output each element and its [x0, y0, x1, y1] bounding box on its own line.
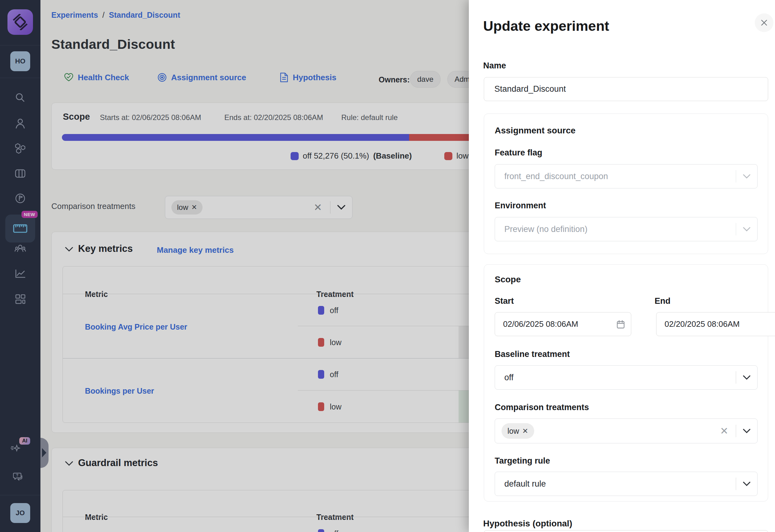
chevron-down-icon [743, 227, 750, 232]
treatment-chip-low[interactable]: low ✕ [502, 423, 534, 439]
end-date-value: 02/20/2025 08:06AM [657, 319, 740, 329]
chevron-down-icon [743, 429, 750, 433]
targeting-rule-value: default rule [495, 479, 736, 489]
environment-value: Preview (no definition) [495, 224, 736, 234]
start-date-value: 02/06/2025 08:06AM [495, 319, 578, 329]
chevron-down-icon [743, 174, 750, 179]
panel-title: Update experiment [483, 18, 609, 34]
scope-form-title: Scope [495, 275, 521, 285]
chip-label: low [508, 427, 519, 436]
chevron-down-icon [743, 482, 750, 486]
name-input[interactable]: Standard_Discount [484, 77, 768, 101]
divider [736, 478, 736, 490]
hypothesis-input[interactable] [484, 530, 768, 532]
start-label: Start [495, 296, 514, 306]
start-date-input[interactable]: 02/06/2025 08:06AM [495, 312, 631, 336]
end-label: End [655, 296, 671, 306]
hypothesis-optional-label: Hypothesis (optional) [483, 519, 572, 529]
baseline-treatment-label: Baseline treatment [495, 349, 570, 359]
scope-form-card: Scope Start End 02/06/2025 08:06AM 02/20… [484, 264, 768, 502]
divider [736, 223, 736, 235]
baseline-treatment-value: off [495, 373, 736, 382]
chip-remove-icon[interactable]: ✕ [522, 427, 528, 435]
environment-label: Environment [495, 201, 546, 210]
divider [736, 425, 736, 437]
environment-select[interactable]: Preview (no definition) [495, 217, 758, 241]
chevron-down-icon [743, 375, 750, 380]
name-label: Name [483, 61, 506, 71]
close-panel-button[interactable] [755, 13, 773, 32]
divider [736, 170, 736, 183]
comparison-treatments-label: Comparison treatments [495, 403, 589, 412]
name-value: Standard_Discount [484, 84, 768, 94]
calendar-icon[interactable] [617, 320, 625, 329]
feature-flag-value: front_end_discount_coupon [495, 172, 736, 181]
assignment-source-card: Assignment source Feature flag front_end… [484, 113, 768, 254]
targeting-rule-label: Targeting rule [495, 456, 550, 466]
baseline-treatment-select[interactable]: off [495, 365, 758, 390]
update-experiment-panel: Update experiment Name Standard_Discount… [469, 0, 775, 532]
end-date-input[interactable]: 02/20/2025 08:06AM [656, 312, 775, 336]
close-icon [760, 19, 768, 26]
clear-selection-icon[interactable]: ✕ [720, 425, 728, 437]
feature-flag-label: Feature flag [495, 148, 542, 158]
divider [736, 371, 736, 384]
comparison-treatments-select[interactable]: low ✕ ✕ [495, 419, 758, 443]
targeting-rule-select[interactable]: default rule [495, 472, 758, 496]
modal-dim-overlay[interactable] [0, 0, 469, 532]
assignment-source-title: Assignment source [495, 126, 576, 136]
feature-flag-select[interactable]: front_end_discount_coupon [495, 164, 758, 188]
